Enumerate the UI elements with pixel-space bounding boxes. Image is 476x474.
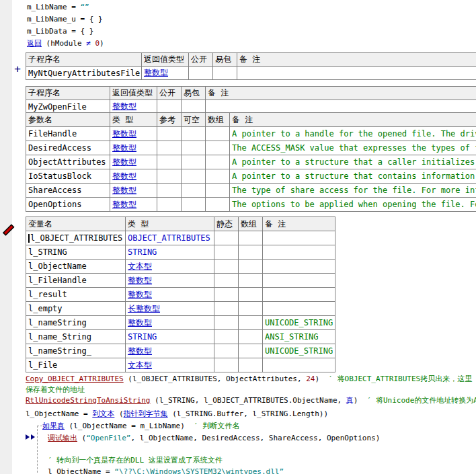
keyword-token[interactable]: 到文本 — [92, 409, 114, 418]
cell[interactable] — [206, 127, 230, 141]
code-line[interactable]: Copy_OBJECT_ATTRIBUTES (l_OBJECT_ATTRIBU… — [26, 374, 475, 395]
cell[interactable] — [239, 302, 263, 316]
cell[interactable] — [239, 245, 263, 260]
cell[interactable] — [239, 260, 263, 274]
remark-cell[interactable]: The type of share access for the file. F… — [230, 184, 476, 198]
api-command-token[interactable]: 调试输出 — [48, 434, 77, 442]
cell[interactable] — [213, 67, 237, 80]
cell[interactable]: l_OBJECT_ATTRIBUTES — [26, 231, 126, 245]
type-cell[interactable]: 整数型 — [110, 100, 157, 114]
type-cell[interactable]: OBJECT_ATTRIBUTES — [126, 231, 214, 245]
cell[interactable] — [182, 169, 206, 184]
remark-cell[interactable]: A pointer to a structure that contains i… — [230, 169, 476, 184]
cell[interactable] — [189, 67, 213, 80]
cell[interactable] — [214, 358, 239, 372]
type-cell[interactable]: 整数型 — [110, 169, 157, 184]
code-line[interactable]: l_ObjectName = “\??\C:\Windows\SYSTEM32\… — [48, 467, 284, 474]
type-cell[interactable]: STRING — [126, 245, 214, 260]
cell[interactable] — [239, 288, 263, 302]
cell-text[interactable]: 整数型 — [112, 200, 136, 209]
cell[interactable] — [157, 184, 182, 198]
code-line[interactable]: ′ 转向到一个真是存在的DLL 这里设置成了系统文件 — [48, 455, 223, 466]
type-cell[interactable]: 整数型 — [126, 274, 214, 288]
cell-text[interactable]: 整数型 — [112, 129, 136, 139]
cell-text[interactable]: 整数型 — [128, 318, 152, 327]
cell[interactable] — [206, 155, 230, 169]
cell[interactable] — [239, 274, 263, 288]
cell[interactable]: l_name_String — [26, 330, 126, 344]
api-command-token[interactable]: Copy_OBJECT_ATTRIBUTES — [26, 374, 124, 383]
type-cell[interactable]: 文本型 — [126, 260, 214, 274]
cell[interactable]: IoStatusBlock — [26, 169, 110, 184]
cell[interactable]: ShareAccess — [26, 184, 110, 198]
cell-text[interactable]: 整数型 — [112, 171, 136, 181]
type-cell[interactable]: 整数型 — [126, 316, 214, 330]
expand-plus-marker[interactable]: + — [13, 64, 22, 75]
cell[interactable] — [239, 358, 263, 372]
cell[interactable] — [206, 184, 230, 198]
cell-text[interactable]: 文本型 — [128, 360, 152, 370]
cell[interactable] — [214, 330, 239, 344]
cell-text[interactable]: 整数型 — [112, 143, 136, 153]
cell[interactable] — [157, 127, 182, 141]
remark-cell[interactable]: ANSI_STRING — [263, 330, 335, 344]
remark-cell[interactable]: A pointer to a handle for the opened fil… — [230, 127, 476, 141]
type-cell[interactable]: 整数型 — [126, 288, 214, 302]
cell[interactable] — [263, 358, 335, 372]
cell[interactable] — [263, 288, 335, 302]
code-line[interactable]: m_LibName = “” — [27, 2, 89, 13]
cell[interactable]: l_File — [26, 358, 126, 372]
cell[interactable] — [239, 231, 263, 245]
cell[interactable]: l_empty — [26, 302, 126, 316]
remark-cell[interactable]: A pointer to a structure that a caller i… — [230, 155, 476, 169]
code-line[interactable]: m_LibName_u = { } — [27, 14, 103, 25]
keyword-token[interactable]: 如果真 — [42, 422, 65, 430]
type-cell[interactable]: 整数型 — [126, 344, 214, 358]
cell[interactable] — [182, 127, 206, 141]
remark-cell[interactable]: The options to be applied when opening t… — [230, 198, 476, 212]
cell[interactable] — [239, 330, 263, 344]
cell-text[interactable]: 文本型 — [128, 262, 152, 271]
cell[interactable] — [206, 100, 476, 114]
type-cell[interactable]: STRING — [126, 330, 214, 344]
cell[interactable]: l_FileHandle — [26, 274, 126, 288]
cell[interactable] — [263, 274, 335, 288]
cell[interactable]: MyZwOpenFile — [26, 100, 110, 114]
cell[interactable]: l_ObjectName — [26, 260, 126, 274]
cell[interactable] — [214, 302, 239, 316]
cell-text[interactable]: 整数型 — [112, 102, 136, 111]
keyword-token[interactable]: 指针到字节集 — [124, 409, 168, 418]
type-cell[interactable]: 整数型 — [110, 198, 157, 212]
cell[interactable]: FileHandle — [26, 127, 110, 141]
cell[interactable] — [157, 100, 182, 114]
cell-text[interactable]: 整数型 — [128, 276, 152, 285]
cell[interactable] — [182, 141, 206, 155]
code-line[interactable]: 如果真 (l_ObjectName = m_LibName) ′ 判断文件名 — [42, 421, 239, 432]
cell[interactable] — [214, 260, 239, 274]
type-cell[interactable]: 整数型 — [110, 141, 157, 155]
type-cell[interactable]: 文本型 — [126, 358, 214, 372]
remark-cell[interactable]: The ACCESS_MASK value that expresses the… — [230, 141, 476, 155]
cell-text[interactable]: 整数型 — [128, 346, 152, 356]
api-command-token[interactable]: RtlUnicodeStringToAnsiString — [26, 396, 150, 405]
code-line[interactable]: m_LibData = { } — [27, 26, 93, 37]
cell[interactable] — [214, 344, 239, 358]
cell[interactable] — [263, 260, 335, 274]
cell[interactable] — [206, 169, 230, 184]
cell-text[interactable]: 整数型 — [112, 186, 136, 195]
keyword-token[interactable]: 返回 — [27, 39, 42, 48]
cell[interactable] — [157, 198, 182, 212]
code-line[interactable]: 返回 (hModule ≠ 0) — [27, 38, 104, 49]
cell[interactable] — [263, 302, 335, 316]
cell[interactable] — [157, 169, 182, 184]
type-cell[interactable]: 整数型 — [110, 155, 157, 169]
cell[interactable] — [206, 198, 230, 212]
cell[interactable]: l_nameString — [26, 316, 126, 330]
cell[interactable]: l_nameString_ — [26, 344, 126, 358]
cell[interactable] — [214, 288, 239, 302]
cell[interactable]: DesiredAccess — [26, 141, 110, 155]
remark-cell[interactable]: UNICODE_STRING — [263, 316, 335, 330]
cell[interactable] — [214, 316, 239, 330]
cell[interactable] — [182, 100, 206, 114]
cell[interactable] — [214, 231, 239, 245]
